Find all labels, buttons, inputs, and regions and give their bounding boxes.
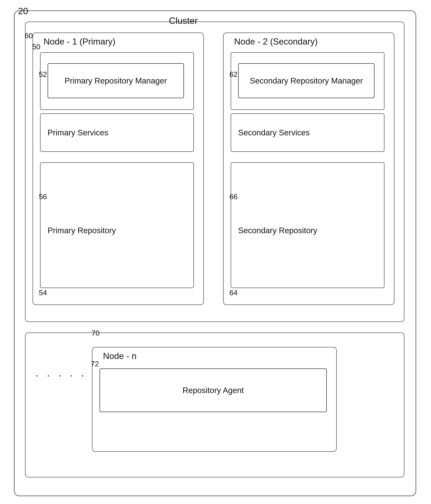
pri-repo-mgr-text: Primary Repository Manager: [65, 76, 167, 85]
sec-services-text: Secondary Services: [238, 128, 310, 137]
node1-title: Node - 1 (Primary): [44, 36, 115, 47]
sec-repo-mgr-inner: Secondary Repository Manager: [238, 63, 375, 98]
sec-services-outer: 66 Secondary Services: [231, 113, 384, 152]
pri-repo-text: Primary Repository: [47, 226, 116, 235]
diagram-root: 20 Cluster 60 50 Node - 1 (Primary) 52 P…: [14, 10, 416, 496]
sec-repo-mgr-text: Secondary Repository Manager: [250, 76, 363, 85]
label-60: 60: [25, 32, 33, 40]
repo-agent-box: Repository Agent: [100, 369, 327, 412]
cluster-label: Cluster: [169, 15, 198, 26]
label-54: 54: [39, 288, 47, 297]
cluster-box: Cluster 60 50 Node - 1 (Primary) 52 Prim…: [25, 21, 404, 322]
label-50: 50: [32, 43, 40, 51]
node2-title: Node - 2 (Secondary): [234, 36, 318, 47]
label-64: 64: [229, 288, 238, 297]
pri-services-outer: 56 Primary Services: [40, 113, 194, 152]
pri-repo-mgr-inner: Primary Repository Manager: [47, 63, 184, 98]
pri-repo-mgr-outer: 52 Primary Repository Manager: [40, 52, 194, 110]
noden-inner-box: 72 Node - n Repository Agent: [92, 347, 337, 452]
repo-agent-text: Repository Agent: [183, 386, 244, 395]
label-62: 62: [229, 70, 238, 79]
noden-title: Node - n: [103, 351, 137, 361]
sec-repo-outer: 64 Secondary Repository: [231, 162, 384, 288]
label-72: 72: [91, 360, 99, 368]
pri-repo-outer: 54 Primary Repository: [40, 162, 194, 288]
label-20: 20: [18, 6, 28, 16]
sec-repo-mgr-outer: 62 Secondary Repository Manager: [231, 52, 384, 110]
sec-repo-text: Secondary Repository: [238, 226, 317, 235]
noden-box: 72 Node - n Repository Agent: [25, 333, 404, 477]
label-52: 52: [39, 70, 47, 79]
node1-box: 50 Node - 1 (Primary) 52 Primary Reposit…: [33, 33, 204, 305]
pri-services-text: Primary Services: [47, 128, 108, 137]
node2-box: Node - 2 (Secondary) 62 Secondary Reposi…: [223, 33, 394, 305]
